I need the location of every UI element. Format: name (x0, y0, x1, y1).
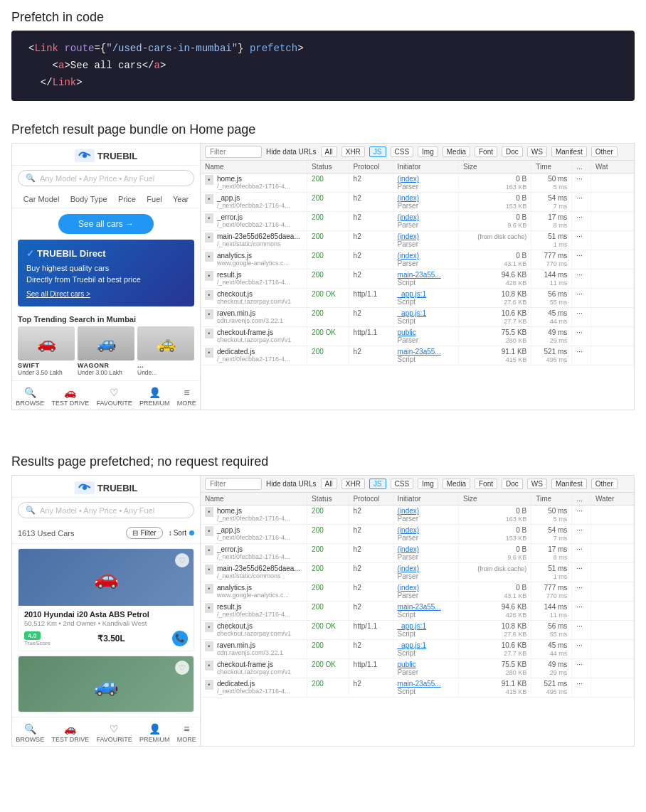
table-row[interactable]: ▪ main-23e55d62e85daea... /_next/static/… (201, 563, 634, 582)
filter-body-type[interactable]: Body Type (70, 195, 107, 203)
initiator-link[interactable]: (index) (398, 584, 420, 592)
filter-year[interactable]: Year (173, 195, 189, 203)
filter-price[interactable]: Price (118, 195, 136, 203)
hide-data-urls-top[interactable]: Hide data URLs (266, 148, 317, 156)
hide-data-urls-bottom[interactable]: Hide data URLs (266, 480, 317, 488)
car-card-swift[interactable]: 🚗 SWIFT Under 3.50 Lakh (18, 326, 75, 376)
search-bar-top[interactable]: 🔍 Any Model • Any Price • Any Fuel (18, 170, 194, 186)
initiator-link[interactable]: (index) (398, 194, 420, 202)
initiator-link[interactable]: (index) (398, 252, 420, 260)
car-listing-2[interactable]: 🚙 ♡ (18, 656, 194, 712)
filter-other-bottom[interactable]: Other (591, 479, 618, 489)
nav-more-bottom[interactable]: ≡ MORE (177, 723, 196, 743)
table-row[interactable]: ▪ main-23e55d62e85daea... /_next/static/… (201, 231, 634, 250)
nav-testdrive[interactable]: 🚗 TEST DRIVE (51, 387, 89, 407)
table-row[interactable]: ▪ result.js /_next/0fecbba2-1716-4... 20… (201, 269, 634, 289)
filter-js-bottom[interactable]: JS (369, 479, 386, 489)
filter-all-top[interactable]: All (321, 146, 337, 157)
filter-media-top[interactable]: Media (443, 146, 470, 157)
table-row[interactable]: ▪ result.js /_next/0fecbba2-1716-4... 20… (201, 602, 634, 621)
filter-js-top[interactable]: JS (369, 146, 386, 157)
car-card-third[interactable]: 🚕 ... Unde... (137, 326, 194, 376)
initiator-link[interactable]: (index) (398, 213, 420, 221)
table-row[interactable]: ▪ _error.js /_next/0fecbba2-1716-4... 20… (201, 544, 634, 563)
initiator-link[interactable]: (index) (398, 175, 420, 183)
table-row[interactable]: ▪ analytics.js www.google-analytics.c...… (201, 582, 634, 602)
table-row[interactable]: ▪ analytics.js www.google-analytics.c...… (201, 250, 634, 269)
initiator-link[interactable]: (index) (398, 565, 420, 572)
search-bar-bottom[interactable]: 🔍 Any Model • Any Price • Any Fuel (18, 502, 194, 518)
filter-img-bottom[interactable]: Img (418, 479, 438, 489)
filter-other-top[interactable]: Other (591, 146, 618, 157)
table-row[interactable]: ▪ checkout-frame.js checkout.razorpay.co… (201, 327, 634, 346)
nav-browse-bottom[interactable]: 🔍 BROWSE (16, 723, 44, 743)
nav-testdrive-bottom[interactable]: 🚗 TEST DRIVE (51, 723, 89, 743)
nav-browse[interactable]: 🔍 BROWSE (16, 387, 44, 407)
filter-css-bottom[interactable]: CSS (391, 479, 414, 489)
cell-status: 200 (307, 506, 349, 525)
see-all-button[interactable]: See all cars → (58, 214, 154, 234)
table-row[interactable]: ▪ dedicated.js /_next/0fecbba2-1716-4...… (201, 346, 634, 365)
initiator-link[interactable]: main-23a55... (398, 348, 441, 356)
initiator-link[interactable]: main-23a55... (398, 603, 441, 611)
table-row[interactable]: ▪ home.js /_next/0fecbba2-1716-4... 200 … (201, 506, 634, 525)
car-card-wagonr[interactable]: 🚙 WAGONR Under 3.00 Lakh (78, 326, 134, 376)
cell-status: 200 (307, 193, 349, 212)
table-row[interactable]: ▪ dedicated.js /_next/0fecbba2-1716-4...… (201, 678, 634, 698)
network-filter-input-top[interactable] (205, 146, 262, 158)
table-row[interactable]: ▪ checkout.js checkout.razorpay.com/v1 2… (201, 621, 634, 640)
truebil-header: TRUEBIL (12, 144, 200, 166)
network-filter-input-bottom[interactable] (205, 478, 262, 490)
filter-media-bottom[interactable]: Media (443, 479, 470, 489)
filter-ws-bottom[interactable]: WS (527, 479, 547, 489)
initiator-link[interactable]: (index) (398, 233, 420, 240)
cell-more: ··· (572, 544, 591, 563)
nav-premium-bottom[interactable]: 👤 PREMIUM (139, 723, 170, 743)
filter-font-bottom[interactable]: Font (475, 479, 497, 489)
filter-css-top[interactable]: CSS (391, 146, 414, 157)
nav-favourite-bottom[interactable]: ♡ FAVOURITE (97, 723, 132, 743)
table-row[interactable]: ▪ _app.js /_next/0fecbba2-1716-4... 200 … (201, 525, 634, 544)
nav-premium[interactable]: 👤 PREMIUM (139, 387, 170, 407)
filter-xhr-bottom[interactable]: XHR (341, 479, 365, 489)
filter-xhr-top[interactable]: XHR (341, 146, 365, 157)
car-listing-1[interactable]: 🚗 ♡ 2010 Hyundai i20 Asta ABS Petrol 50,… (18, 548, 194, 651)
filter-doc-bottom[interactable]: Doc (502, 479, 523, 489)
filter-font-top[interactable]: Font (475, 146, 497, 157)
cell-more: ··· (572, 563, 591, 582)
cell-name: ▪ checkout.js checkout.razorpay.com/v1 (201, 621, 307, 640)
table-row[interactable]: ▪ _error.js /_next/0fecbba2-1716-4... 20… (201, 212, 634, 231)
initiator-link[interactable]: main-23a55... (398, 271, 441, 279)
filter-manifest-top[interactable]: Manifest (551, 146, 587, 157)
svg-point-1 (83, 486, 87, 490)
filter-doc-top[interactable]: Doc (502, 146, 523, 157)
filter-car-model[interactable]: Car Model (23, 195, 60, 203)
table-row[interactable]: ▪ checkout-frame.js checkout.razorpay.co… (201, 659, 634, 678)
nav-favourite[interactable]: ♡ FAVOURITE (97, 387, 132, 407)
initiator-link[interactable]: (index) (398, 545, 420, 553)
initiator-link[interactable]: _app.js:1 (398, 641, 427, 649)
initiator-link[interactable]: _app.js:1 (398, 309, 427, 317)
filter-manifest-bottom[interactable]: Manifest (551, 479, 587, 489)
initiator-link[interactable]: (index) (398, 526, 420, 534)
table-row[interactable]: ▪ checkout.js checkout.razorpay.com/v1 2… (201, 289, 634, 308)
initiator-link[interactable]: public (398, 661, 416, 668)
filter-ws-top[interactable]: WS (527, 146, 547, 157)
phone-icon[interactable]: 📞 (172, 631, 188, 646)
filter-img-top[interactable]: Img (418, 146, 438, 157)
table-row[interactable]: ▪ raven.min.js cdn.ravenjs.com/3.22.1 20… (201, 640, 634, 659)
filter-fuel[interactable]: Fuel (147, 195, 162, 203)
initiator-link[interactable]: public (398, 328, 416, 336)
filter-button[interactable]: ⊟ Filter (126, 527, 162, 539)
table-row[interactable]: ▪ home.js /_next/0fecbba2-1716-4... 200 … (201, 173, 634, 193)
table-row[interactable]: ▪ _app.js /_next/0fecbba2-1716-4... 200 … (201, 193, 634, 212)
initiator-link[interactable]: _app.js:1 (398, 622, 427, 630)
nav-more[interactable]: ≡ MORE (177, 387, 196, 407)
initiator-link[interactable]: (index) (398, 507, 420, 515)
see-direct-link[interactable]: See all Direct cars > (26, 289, 90, 299)
initiator-link[interactable]: main-23a55... (398, 680, 441, 688)
initiator-link[interactable]: _app.js:1 (398, 290, 427, 298)
filter-all-bottom[interactable]: All (321, 479, 337, 489)
sort-button[interactable]: ↕ Sort (169, 527, 194, 539)
table-row[interactable]: ▪ raven.min.js cdn.ravenjs.com/3.22.1 20… (201, 308, 634, 327)
